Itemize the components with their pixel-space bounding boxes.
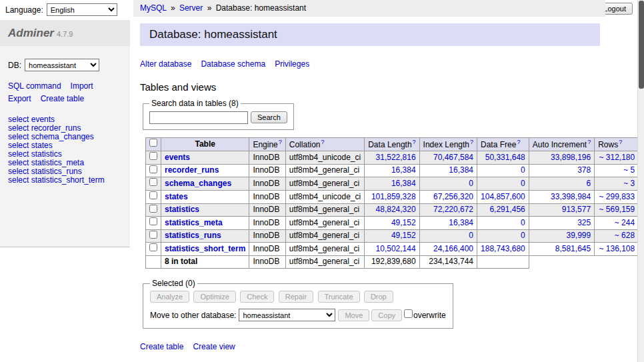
- auto-increment-link[interactable]: 8,581,645: [555, 244, 591, 253]
- auto-increment-link[interactable]: 33,898,196: [551, 153, 591, 162]
- auto-increment-link[interactable]: 913,577: [562, 205, 591, 214]
- data-length-link[interactable]: 101,859,328: [371, 192, 416, 201]
- table-name-link[interactable]: statistics_short_term: [165, 244, 245, 253]
- data-free-link[interactable]: 0: [521, 218, 525, 227]
- sidebar-table-name-link[interactable]: statistics_meta: [31, 158, 84, 167]
- row-checkbox[interactable]: [149, 191, 157, 199]
- select-table-link[interactable]: select: [8, 132, 29, 141]
- data-length-link[interactable]: 48,824,320: [376, 205, 416, 214]
- select-table-link[interactable]: select: [8, 123, 29, 133]
- index-length-link[interactable]: 16,384: [449, 165, 473, 175]
- data-free-link[interactable]: 0: [521, 179, 525, 188]
- select-table-link[interactable]: select: [8, 115, 29, 124]
- sidebar-table-name-link[interactable]: statistics: [31, 149, 62, 159]
- rows-link[interactable]: ~ 244: [615, 218, 635, 227]
- search-button[interactable]: Search: [251, 111, 287, 123]
- rows-link[interactable]: ~ 299,833: [599, 192, 635, 201]
- data-free-link[interactable]: 0: [521, 231, 525, 240]
- rows-link[interactable]: ~ 136,108: [599, 244, 635, 253]
- row-checkbox[interactable]: [149, 243, 157, 251]
- drop-button[interactable]: Drop: [364, 291, 393, 303]
- language-select[interactable]: English: [47, 3, 117, 16]
- breadcrumb-link-mysql[interactable]: MySQL: [140, 3, 167, 13]
- data-length-link[interactable]: 49,152: [391, 231, 416, 240]
- truncate-button[interactable]: Truncate: [318, 291, 360, 303]
- row-checkbox[interactable]: [149, 217, 157, 225]
- row-checkbox[interactable]: [149, 231, 157, 239]
- auto-increment-link[interactable]: 39,999: [566, 231, 591, 240]
- import-link[interactable]: Import: [71, 81, 93, 91]
- table-name-link[interactable]: states: [165, 192, 188, 201]
- data-length-link[interactable]: 49,152: [391, 218, 416, 227]
- help-link[interactable]: ?: [279, 139, 282, 145]
- repair-button[interactable]: Repair: [279, 291, 313, 303]
- rows-link[interactable]: ~ 3: [623, 179, 635, 188]
- table-name-link[interactable]: schema_changes: [165, 179, 231, 188]
- search-input[interactable]: [149, 111, 248, 124]
- data-free-link[interactable]: 50,331,648: [485, 153, 525, 162]
- create-table-sidebar-link[interactable]: Create table: [41, 94, 84, 103]
- auto-increment-link[interactable]: 325: [577, 218, 591, 227]
- help-link[interactable]: ?: [619, 139, 622, 145]
- database-schema-link[interactable]: Database schema: [201, 59, 265, 69]
- select-table-link[interactable]: select: [8, 141, 29, 150]
- table-name-link[interactable]: statistics: [165, 205, 199, 214]
- move-button[interactable]: Move: [338, 309, 369, 321]
- analyze-button[interactable]: Analyze: [150, 291, 189, 303]
- sidebar-table-name-link[interactable]: schema_changes: [31, 132, 94, 141]
- index-length-link[interactable]: 0: [469, 231, 473, 240]
- row-checkbox[interactable]: [149, 152, 157, 160]
- data-length-link[interactable]: 16,384: [391, 179, 416, 188]
- sidebar-table-name-link[interactable]: events: [31, 115, 55, 124]
- sql-command-link[interactable]: SQL command: [8, 81, 61, 91]
- table-name-link[interactable]: events: [165, 153, 190, 162]
- db-select[interactable]: homeassistant: [25, 59, 99, 71]
- data-length-link[interactable]: 31,522,816: [376, 153, 416, 162]
- select-table-link[interactable]: select: [8, 175, 29, 185]
- sidebar-table-name-link[interactable]: statistics_runs: [31, 167, 82, 176]
- breadcrumb-link-server[interactable]: Server: [179, 3, 203, 13]
- index-length-link[interactable]: 67,256,320: [433, 192, 473, 201]
- rows-link[interactable]: ~ 628: [615, 231, 635, 240]
- data-free-link[interactable]: 6,291,456: [489, 205, 525, 214]
- select-all-checkbox[interactable]: [149, 139, 157, 147]
- scrollbar-thumb[interactable]: [639, 1, 644, 89]
- sidebar-table-name-link[interactable]: statistics_short_term: [31, 175, 105, 185]
- data-length-link[interactable]: 10,502,144: [376, 244, 416, 253]
- rows-link[interactable]: ~ 569,159: [599, 205, 635, 214]
- table-name-link[interactable]: statistics_runs: [165, 231, 221, 240]
- help-link[interactable]: ?: [470, 139, 473, 145]
- index-length-link[interactable]: 16,384: [449, 218, 473, 227]
- data-free-link[interactable]: 0: [521, 165, 525, 175]
- select-table-link[interactable]: select: [8, 167, 29, 176]
- index-length-link[interactable]: 70,467,584: [433, 153, 473, 162]
- data-free-link[interactable]: 188,743,680: [481, 244, 525, 253]
- help-link[interactable]: ?: [321, 139, 324, 145]
- check-button[interactable]: Check: [240, 291, 274, 303]
- create-view-link[interactable]: Create view: [193, 342, 235, 351]
- data-free-link[interactable]: 104,857,600: [481, 192, 525, 201]
- index-length-link[interactable]: 72,220,672: [433, 205, 473, 214]
- row-checkbox[interactable]: [149, 178, 157, 186]
- rows-link[interactable]: ~ 312,180: [599, 153, 635, 162]
- privileges-link[interactable]: Privileges: [275, 59, 309, 69]
- data-length-link[interactable]: 16,384: [391, 165, 416, 175]
- auto-increment-link[interactable]: 33,398,984: [551, 192, 591, 201]
- table-name-link[interactable]: recorder_runs: [165, 165, 219, 175]
- help-link[interactable]: ?: [413, 139, 416, 145]
- sidebar-table-name-link[interactable]: recorder_runs: [31, 123, 81, 133]
- rows-link[interactable]: ~ 5: [623, 165, 635, 175]
- export-link[interactable]: Export: [8, 94, 31, 103]
- select-table-link[interactable]: select: [8, 158, 29, 167]
- row-checkbox[interactable]: [149, 205, 157, 213]
- vertical-scrollbar[interactable]: [637, 0, 644, 362]
- move-db-select[interactable]: homeassistant: [239, 309, 335, 321]
- index-length-link[interactable]: 24,166,400: [433, 244, 473, 253]
- optimize-button[interactable]: Optimize: [193, 291, 235, 303]
- help-link[interactable]: ?: [517, 139, 520, 145]
- copy-button[interactable]: Copy: [371, 309, 402, 321]
- help-link[interactable]: ?: [587, 139, 591, 145]
- auto-increment-link[interactable]: 378: [577, 165, 591, 175]
- select-table-link[interactable]: select: [8, 149, 29, 159]
- table-name-link[interactable]: statistics_meta: [165, 218, 223, 227]
